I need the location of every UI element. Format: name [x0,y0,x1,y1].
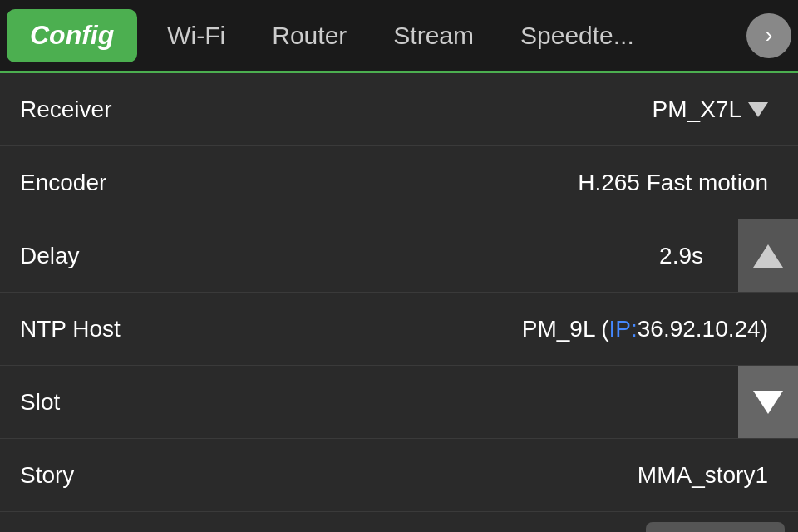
tab-bar: Config Wi-Fi Router Stream Speedte... › [0,0,798,73]
home-button[interactable]: Home ↩ [646,522,785,533]
story-label: Story [20,462,186,489]
tab-speedtest-label: Speedte... [520,22,634,50]
encoder-label: Encoder [20,170,186,196]
receiver-row: Receiver PM_X7L [0,73,798,146]
delay-row: Delay 2.9s [0,219,798,293]
tab-wifi-label: Wi-Fi [167,22,225,50]
delay-value-text: 2.9s [659,243,703,269]
ntp-host-ip-label: IP: [609,316,638,342]
tab-speedtest[interactable]: Speedte... [497,0,658,72]
encoder-value-text: H.265 Fast motion [578,170,768,196]
delay-label: Delay [20,243,186,269]
tab-config-label: Config [30,20,114,51]
ntp-host-ip: 36.92.10.24 [638,316,761,342]
receiver-value[interactable]: PM_X7L [186,96,778,123]
story-row: Story MMA_story1 [0,439,798,512]
ntp-host-row: NTP Host PM_9L (IP:36.92.10.24) [0,293,798,366]
tab-router[interactable]: Router [249,0,370,72]
receiver-value-text: PM_X7L [653,96,741,123]
config-content: Receiver PM_X7L Encoder H.265 Fast motio… [0,73,798,512]
receiver-label: Receiver [20,96,186,123]
ntp-host-value: PM_9L (IP:36.92.10.24) [186,316,778,342]
delay-up-button[interactable] [738,219,798,292]
tab-stream[interactable]: Stream [370,0,497,72]
tab-stream-label: Stream [393,22,474,50]
ntp-host-suffix: ) [761,316,768,342]
tab-next-button[interactable]: › [746,13,791,58]
encoder-row: Encoder H.265 Fast motion [0,146,798,219]
chevron-right-icon: › [766,22,773,48]
slot-row: Slot [0,366,798,439]
triangle-up-icon [753,244,783,268]
slot-label: Slot [20,389,186,416]
ntp-host-label: NTP Host [20,316,186,342]
delay-value: 2.9s [186,243,778,269]
slot-down-button[interactable] [738,366,798,438]
encoder-value: H.265 Fast motion [186,170,778,196]
tab-router-label: Router [272,22,347,50]
ntp-host-prefix: PM_9L ( [522,316,609,342]
story-value: MMA_story1 [186,462,778,489]
story-value-text: MMA_story1 [638,462,768,489]
receiver-dropdown-arrow[interactable] [748,102,768,117]
home-bar: Home ↩ [0,512,798,532]
triangle-down-icon [753,391,783,414]
tab-wifi[interactable]: Wi-Fi [144,0,249,72]
tab-config[interactable]: Config [7,9,137,62]
